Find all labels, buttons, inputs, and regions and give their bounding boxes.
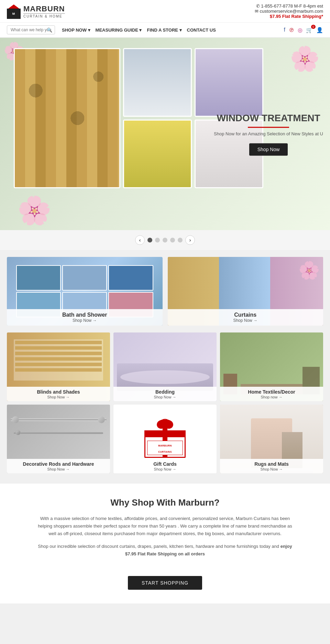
decorative-rods-title: Decorative Rods and Hardware	[10, 461, 107, 467]
pinterest-icon[interactable]: ℗	[289, 27, 294, 33]
hero-image-kitchen	[123, 120, 192, 188]
hero-image-pink	[195, 48, 263, 117]
bedding-title: Bedding	[117, 389, 213, 395]
home-textiles-card[interactable]: Home Textiles/Decor Shop now →	[220, 332, 323, 401]
social-icons: f ℗ ◎ 🛒0 👤	[284, 27, 323, 33]
flat-rate-shipping: $7.95 Flat Rate Shipping*	[255, 14, 323, 19]
bedding-shop-now[interactable]: Shop Now →	[117, 395, 213, 399]
why-section: Why Shop With Marburn? With a massive se…	[0, 484, 330, 603]
curtains-label: Curtains Shop Now →	[168, 309, 323, 326]
slider-dot-5[interactable]	[178, 238, 183, 242]
curtains-shop-now[interactable]: Shop Now →	[173, 318, 318, 323]
hero-background: 🌸 🌸 🌸 WINDOW TREATMENT Shop Now for an A…	[0, 38, 330, 230]
blinds-shades-title: Blinds and Shades	[10, 389, 107, 395]
slider-controls: ‹ ›	[0, 230, 330, 250]
account-icon[interactable]: 👤	[316, 27, 323, 33]
curtains-title: Curtains	[173, 312, 318, 318]
large-category-cards: Bath and Shower Shop Now → 🌸 Curtains Sh…	[0, 250, 330, 329]
contact-info: 1-855-677-8778 M-F 8-4pm est customerser…	[255, 3, 323, 19]
bedding-card[interactable]: Bedding Shop Now →	[113, 332, 217, 401]
slider-next-button[interactable]: ›	[185, 235, 195, 245]
header: M MARBURN CURTAIN & HOME 1-855-677-8778 …	[0, 0, 330, 38]
hero-text-area: WINDOW TREATMENT Shop Now for an Amazing…	[214, 112, 323, 156]
decorative-rods-shop-now[interactable]: Shop Now →	[10, 467, 107, 471]
decorative-rods-label: Decorative Rods and Hardware Shop Now →	[7, 459, 110, 473]
nav-shop-now[interactable]: SHOP NOW ▾	[62, 27, 90, 33]
navigation-bar: 🔍 SHOP NOW ▾ MEASURING GUIDE ▾ FIND A ST…	[0, 23, 330, 38]
blinds-shades-card[interactable]: Blinds and Shades Shop Now →	[7, 332, 110, 401]
hero-title: WINDOW TREATMENT	[214, 112, 323, 124]
rugs-mats-shop-now[interactable]: Shop Now →	[223, 467, 320, 471]
instagram-icon[interactable]: ◎	[298, 27, 302, 33]
nav-find-store[interactable]: FIND A STORE ▾	[147, 27, 182, 33]
hero-shop-now-button[interactable]: Shop Now	[249, 143, 288, 156]
why-paragraph-1: With a massive selection of home textile…	[34, 515, 296, 538]
slider-dot-3[interactable]	[163, 238, 167, 242]
logo[interactable]: M MARBURN CURTAIN & HOME	[7, 4, 65, 18]
facebook-icon[interactable]: f	[284, 27, 285, 33]
nav-contact-us[interactable]: CONTACT US	[187, 27, 216, 33]
nav-links: SHOP NOW ▾ MEASURING GUIDE ▾ FIND A STOR…	[62, 27, 277, 33]
start-shopping-button[interactable]: START SHOPPING	[128, 576, 202, 590]
logo-subtitle: CURTAIN & HOME	[23, 13, 65, 18]
rugs-mats-label: Rugs and Mats Shop Now →	[220, 459, 323, 473]
gift-cards-card[interactable]: MARBURNCURTAINS Gift Cards Shop Now →	[113, 405, 217, 473]
hero-section: 🌸 🌸 🌸 WINDOW TREATMENT Shop Now for an A…	[0, 38, 330, 230]
nav-measuring-guide[interactable]: MEASURING GUIDE ▾	[96, 27, 142, 33]
bath-shower-label: Bath and Shower Shop Now →	[7, 309, 163, 326]
decorative-rods-card[interactable]: Decorative Rods and Hardware Shop Now →	[7, 405, 110, 473]
slider-prev-button[interactable]: ‹	[135, 235, 145, 245]
search-icon[interactable]: 🔍	[47, 27, 52, 33]
gift-cards-title: Gift Cards	[117, 461, 213, 467]
blinds-shades-shop-now[interactable]: Shop Now →	[10, 395, 107, 399]
hero-main-curtain-image	[14, 48, 120, 188]
hero-image-sheer	[123, 48, 192, 117]
cart-icon[interactable]: 🛒0	[306, 27, 313, 33]
slider-dot-1[interactable]	[147, 238, 152, 242]
medium-category-cards-row2: Decorative Rods and Hardware Shop Now →	[0, 405, 330, 477]
home-textiles-shop-now[interactable]: Shop now →	[223, 395, 320, 399]
why-paragraph-2: Shop our incredible selection of discoun…	[34, 543, 296, 558]
slider-dot-2[interactable]	[155, 238, 160, 242]
why-emphasis: enjoy $7.95 Flat Rate Shipping on all or…	[125, 544, 292, 556]
rugs-mats-title: Rugs and Mats	[223, 461, 320, 467]
bath-shower-shop-now[interactable]: Shop Now →	[12, 318, 157, 323]
hero-description: Shop Now for an Amazing Selection of New…	[214, 131, 323, 136]
flower-decoration-right: 🌸	[290, 45, 320, 73]
bath-shower-card[interactable]: Bath and Shower Shop Now →	[7, 257, 163, 326]
slider-dot-4[interactable]	[170, 238, 175, 242]
rugs-mats-card[interactable]: Rugs and Mats Shop Now →	[220, 405, 323, 473]
why-title: Why Shop With Marburn?	[34, 497, 296, 508]
bath-shower-title: Bath and Shower	[12, 312, 157, 318]
gift-cards-shop-now[interactable]: Shop Now →	[117, 467, 213, 471]
bedding-label: Bedding Shop Now →	[113, 387, 217, 401]
hero-underline	[248, 127, 289, 128]
phone-number: 1-855-677-8778 M-F 8-4pm est	[255, 3, 323, 9]
home-textiles-title: Home Textiles/Decor	[223, 389, 320, 395]
logo-inner-text: M	[12, 12, 15, 15]
email-address: customerservice@marburn.com	[255, 9, 323, 14]
curtains-card[interactable]: 🌸 Curtains Shop Now →	[168, 257, 323, 326]
flower-decoration-left: 🌸	[17, 194, 52, 227]
home-textiles-label: Home Textiles/Decor Shop now →	[220, 387, 323, 401]
gift-cards-label: Gift Cards Shop Now →	[113, 459, 217, 473]
medium-category-cards-row1: Blinds and Shades Shop Now → Bedding Sho…	[0, 329, 330, 405]
blinds-shades-label: Blinds and Shades Shop Now →	[7, 387, 110, 401]
logo-name: MARBURN	[23, 4, 65, 13]
